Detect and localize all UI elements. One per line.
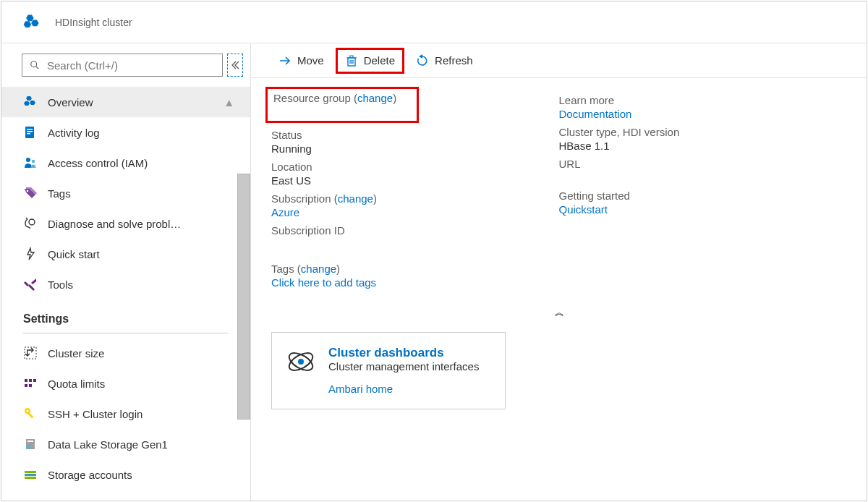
section-header-settings: Settings [1,299,250,333]
svg-rect-20 [25,384,27,387]
nav-item-access-control[interactable]: Access control (IAM) [1,148,250,178]
nav-item-label: Storage accounts [48,469,132,481]
nav-item-storage[interactable]: Storage accounts [1,459,250,490]
location-label: Location [271,161,559,173]
scrollbar[interactable] [237,174,250,420]
cluster-type-value: HBase 1.1 [559,140,847,152]
cluster-size-icon [23,346,38,360]
nav-item-label: Diagnose and solve probl… [48,218,181,230]
tools-icon [23,277,38,292]
status-label: Status [271,129,559,141]
trash-icon [345,54,358,67]
diagnose-icon [23,216,38,231]
overview-icon [23,95,38,109]
details-right: Learn more Documentation Cluster type, H… [559,91,847,293]
svg-point-34 [298,359,304,365]
search-box[interactable] [22,54,223,77]
add-tags-link[interactable]: Click here to add tags [271,276,559,289]
move-button[interactable]: Move [271,48,331,74]
quota-icon [23,376,38,391]
learn-more-label: Learn more [559,94,847,106]
header-title: HDInsight cluster [55,17,132,28]
nav-item-label: Quick start [48,248,100,260]
datalake-icon [23,437,38,451]
resource-group-label: Resource group (change) [273,92,396,104]
activity-log-icon [23,125,38,140]
nav-item-cluster-size[interactable]: Cluster size [1,338,250,368]
svg-rect-29 [25,474,36,476]
nav-item-label: Overview [48,96,93,109]
move-label: Move [297,54,324,67]
change-resource-group-link[interactable]: change [357,92,393,104]
ssh-key-icon [23,407,38,421]
svg-marker-5 [26,96,32,101]
header: HDInsight cluster [1,1,867,43]
access-control-icon [23,156,38,170]
svg-point-12 [26,158,30,162]
dashboard-icon [285,346,317,378]
chevron-up-icon: ▲ [224,96,234,109]
nav-item-label: SSH + Cluster login [48,408,142,420]
tags-label: Tags (change) [271,263,559,275]
documentation-link[interactable]: Documentation [559,108,847,120]
svg-point-3 [31,61,37,67]
cluster-type-label: Cluster type, HDI version [559,126,847,138]
url-value [559,171,847,184]
tags-icon [23,186,38,200]
search-icon [30,60,40,70]
nav-item-datalake[interactable]: Data Lake Storage Gen1 [1,429,250,459]
svg-rect-8 [25,127,34,138]
divider [23,333,229,333]
nav-item-quick-start[interactable]: Quick start [1,239,250,269]
nav-item-label: Activity log [48,127,100,139]
subscription-label: Subscription (change) [271,192,559,205]
refresh-button[interactable]: Refresh [409,48,480,74]
collapse-details-button[interactable]: ︽ [271,306,846,319]
cluster-dashboards-card[interactable]: Cluster dashboards Cluster management in… [271,332,506,409]
svg-point-14 [27,190,29,192]
svg-point-23 [27,410,29,412]
nav-item-ssh[interactable]: SSH + Cluster login [1,399,250,429]
refresh-label: Refresh [435,54,473,67]
subscription-id-label: Subscription ID [271,224,559,237]
nav-item-activity-log[interactable]: Activity log [1,117,250,148]
svg-marker-1 [31,20,39,26]
nav-item-overview[interactable]: Overview ▲ [1,87,250,117]
status-value: Running [271,142,559,155]
nav-item-tools[interactable]: Tools [1,269,250,299]
delete-label: Delete [364,54,395,67]
svg-rect-28 [25,471,36,473]
nav: Overview ▲ Activity log Access control (… [1,87,250,501]
svg-point-13 [32,160,35,163]
location-value: East US [271,174,559,187]
nav-item-diagnose[interactable]: Diagnose and solve probl… [1,208,250,239]
svg-marker-7 [24,101,30,106]
delete-button[interactable]: Delete [336,48,404,74]
sidebar: Overview ▲ Activity log Access control (… [1,43,251,501]
svg-rect-17 [25,379,27,382]
nav-item-tags[interactable]: Tags [1,178,250,208]
svg-marker-0 [26,14,34,21]
change-tags-link[interactable]: change [301,263,336,275]
getting-started-label: Getting started [559,190,847,202]
subscription-value[interactable]: Azure [271,206,559,218]
svg-rect-30 [25,477,36,479]
search-input[interactable] [47,59,215,72]
ambari-home-link[interactable]: Ambari home [328,383,393,395]
quickstart-icon [23,247,38,261]
collapse-sidebar-button[interactable] [227,54,243,77]
svg-rect-26 [27,441,33,442]
svg-rect-19 [33,379,36,382]
details-columns: Resource group (change) Status Running L… [271,91,846,293]
card-title: Cluster dashboards [328,346,479,360]
svg-rect-18 [29,379,32,382]
hdinsight-logo-icon [22,12,42,33]
details-left: Resource group (change) Status Running L… [271,91,559,293]
svg-rect-16 [25,347,36,359]
quickstart-link[interactable]: Quickstart [559,203,847,216]
change-subscription-link[interactable]: change [338,192,373,205]
nav-item-label: Tags [48,187,71,200]
window: HDInsight cluster Overview [1,1,867,501]
nav-item-quota[interactable]: Quota limits [1,368,250,399]
url-label: URL [559,158,847,170]
